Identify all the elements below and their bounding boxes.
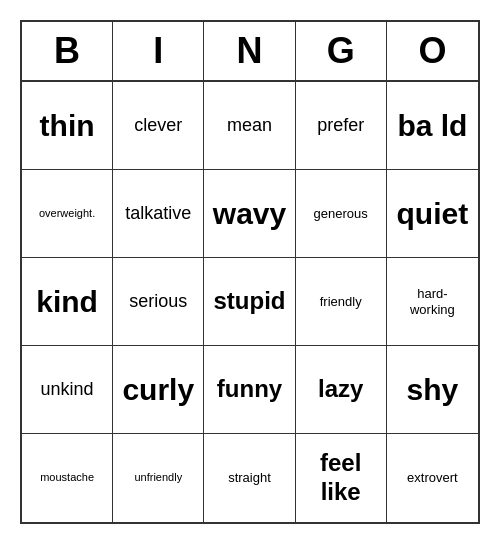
cell-r1-c3: generous (296, 170, 387, 258)
cell-r0-c4: ba ld (387, 82, 478, 170)
cell-r0-c3: prefer (296, 82, 387, 170)
cell-r4-c4: extrovert (387, 434, 478, 522)
cell-r3-c4: shy (387, 346, 478, 434)
cell-r1-c2: wavy (204, 170, 295, 258)
cell-r2-c2: stupid (204, 258, 295, 346)
cell-r2-c0: kind (22, 258, 113, 346)
cell-r3-c3: lazy (296, 346, 387, 434)
header-b: B (22, 22, 113, 80)
cell-r1-c4: quiet (387, 170, 478, 258)
bingo-grid: thinclevermeanpreferba ldoverweight.talk… (22, 82, 478, 522)
cell-r0-c0: thin (22, 82, 113, 170)
cell-r2-c1: serious (113, 258, 204, 346)
cell-r4-c1: unfriendly (113, 434, 204, 522)
cell-r3-c0: unkind (22, 346, 113, 434)
header-i: I (113, 22, 204, 80)
cell-r1-c0: overweight. (22, 170, 113, 258)
bingo-header: BINGO (22, 22, 478, 82)
cell-r4-c0: moustache (22, 434, 113, 522)
cell-r2-c3: friendly (296, 258, 387, 346)
cell-r3-c2: funny (204, 346, 295, 434)
cell-r0-c1: clever (113, 82, 204, 170)
cell-r1-c1: talkative (113, 170, 204, 258)
cell-r2-c4: hard-working (387, 258, 478, 346)
cell-r4-c3: feellike (296, 434, 387, 522)
header-g: G (296, 22, 387, 80)
cell-r3-c1: curly (113, 346, 204, 434)
cell-r0-c2: mean (204, 82, 295, 170)
cell-r4-c2: straight (204, 434, 295, 522)
header-o: O (387, 22, 478, 80)
header-n: N (204, 22, 295, 80)
bingo-card: BINGO thinclevermeanpreferba ldoverweigh… (20, 20, 480, 524)
